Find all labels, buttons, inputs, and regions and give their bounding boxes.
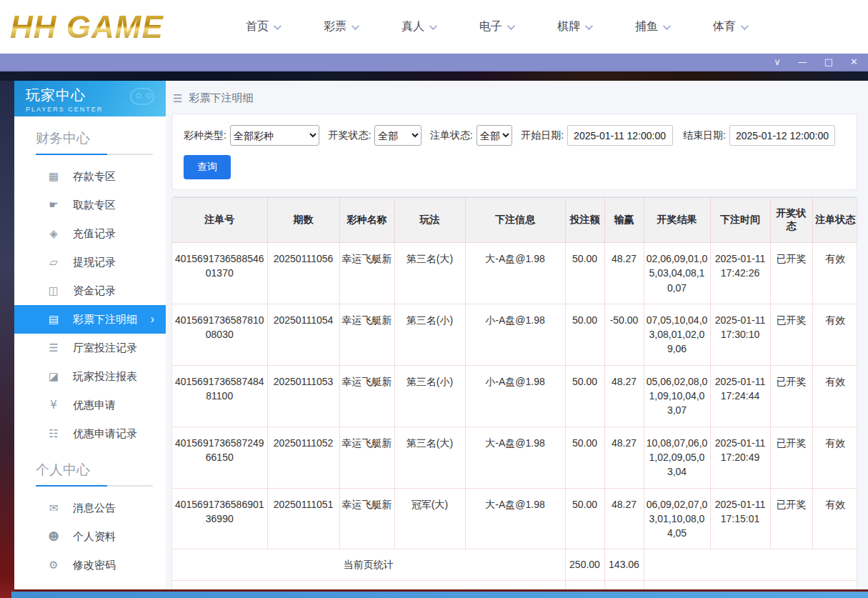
table-cell: 第三名(小) <box>394 365 465 427</box>
table-cell: 20250111054 <box>267 304 339 365</box>
sidebar-item-修改密码[interactable]: ⚙修改密码 <box>14 551 166 579</box>
table-cell: 2025-01-11 17:24:44 <box>710 365 770 427</box>
nav-item-真人[interactable]: 真人 <box>401 19 435 34</box>
banner-strip <box>0 71 868 81</box>
close-window-icon[interactable]: ✕ <box>850 57 858 66</box>
end-date-input[interactable] <box>729 125 835 146</box>
start-date-label: 开始日期: <box>521 129 564 142</box>
column-header-开奖状态: 开奖状态 <box>770 198 812 243</box>
draw-status-label: 开奖状态: <box>328 129 371 142</box>
table-cell: 48.27 <box>604 365 644 427</box>
table-cell: 20250111056 <box>267 243 339 304</box>
table-cell: 06,09,02,07,03,01,10,08,04,05 <box>644 488 710 549</box>
summary-label: 当前页统计 <box>172 549 565 580</box>
sidebar-item-存款专区[interactable]: ▦存款专区 <box>14 162 166 191</box>
table-cell: 有效 <box>812 243 857 304</box>
sidebar-item-label: 资金记录 <box>73 284 116 298</box>
table-cell: 2025-01-11 17:15:01 <box>710 488 770 549</box>
funds-record-icon: ◫ <box>47 284 60 297</box>
lottery-type-select[interactable]: 全部彩种 <box>230 125 320 146</box>
sidebar-item-label: 修改密码 <box>73 559 116 572</box>
sidebar-item-提现记录[interactable]: ▱提现记录 <box>14 248 166 276</box>
nav-item-label: 电子 <box>479 19 502 34</box>
table-cell: 已开奖 <box>770 365 812 427</box>
table-cell: 2025-01-11 17:20:49 <box>710 427 770 488</box>
table-cell: 50.00 <box>565 488 604 549</box>
sidebar-item-消息公告[interactable]: ✉消息公告 <box>14 494 166 522</box>
message-bell-icon: ✉ <box>47 502 60 514</box>
table-cell: 50.00 <box>565 365 604 427</box>
sidebar-section-代理中心: 代理中心 <box>14 579 166 589</box>
sidebar-item-厅室投注记录[interactable]: ☰厅室投注记录 <box>14 334 166 362</box>
chevron-down-icon <box>663 21 671 29</box>
nav-item-电子[interactable]: 电子 <box>479 19 513 34</box>
chevron-down-icon <box>274 21 281 29</box>
table-cell: 48.27 <box>604 488 644 549</box>
sidebar-item-个人资料[interactable]: ☻个人资料 <box>14 522 166 551</box>
sidebar-item-优惠申请[interactable]: ¥优惠申请 <box>14 391 166 419</box>
draw-status-select[interactable]: 全部 <box>374 125 421 146</box>
sidebar-item-取款专区[interactable]: ☛取款专区 <box>14 191 166 219</box>
table-cell: 20250111052 <box>267 427 339 488</box>
table-cell: 10,08,07,06,01,02,09,05,03,04 <box>644 427 710 488</box>
table-cell: 幸运飞艇新 <box>339 243 394 304</box>
maximize-window-icon[interactable]: □ <box>824 57 833 66</box>
hh-game-logo: HH GAME <box>10 9 224 45</box>
nav-item-label: 体育 <box>713 19 736 34</box>
profile-person-icon: ☻ <box>47 530 60 543</box>
table-cell: 幸运飞艇新 <box>339 365 394 427</box>
nav-item-体育[interactable]: 体育 <box>713 19 747 34</box>
table-cell: 50.00 <box>565 243 604 304</box>
table-cell: 48.27 <box>604 427 644 488</box>
sidebar-item-label: 彩票下注明细 <box>73 313 137 327</box>
sidebar-section-个人中心: 个人中心✉消息公告☻个人资料⚙修改密码 <box>14 448 166 579</box>
sidebar-item-充值记录[interactable]: ◈充值记录 <box>14 219 166 248</box>
table-cell: 大-A盘@1.98 <box>465 488 565 549</box>
sidebar-item-彩票下注明细[interactable]: ▤彩票下注明细› <box>14 305 166 334</box>
background-left-edge <box>0 81 14 598</box>
sidebar-item-label: 取款专区 <box>73 199 116 212</box>
end-date-label: 结束日期: <box>683 129 726 142</box>
table-cell: 02,06,09,01,05,03,04,08,10,07 <box>644 243 710 304</box>
table-cell: 已开奖 <box>770 304 812 365</box>
sidebar-section-title: 个人中心 <box>14 455 166 485</box>
column-header-输赢: 输赢 <box>604 198 644 243</box>
sidebar-item-label: 个人资料 <box>73 530 116 544</box>
table-cell: 2025-01-11 17:30:10 <box>710 304 770 365</box>
change-password-gear-icon: ⚙ <box>47 559 60 572</box>
table-cell: 401569173658724966150 <box>172 427 267 488</box>
nav-item-label: 首页 <box>246 19 269 34</box>
sidebar-item-label: 厅室投注记录 <box>73 342 137 355</box>
sidebar-item-玩家投注报表[interactable]: ◪玩家投注报表 <box>14 362 166 391</box>
window-titlebar: ∨—□✕ <box>0 54 868 71</box>
column-header-期数: 期数 <box>267 198 339 243</box>
sidebar-header: 玩家中心 PLAYERS CENTER <box>14 81 166 116</box>
sidebar-section-title: 代理中心 <box>14 587 166 589</box>
table-cell: 401569173658690136990 <box>172 488 267 549</box>
start-date-input[interactable] <box>567 125 673 146</box>
table-cell: 401569173658781008030 <box>172 304 267 365</box>
minimize-window-icon[interactable]: — <box>798 57 807 66</box>
nav-item-首页[interactable]: 首页 <box>246 19 279 34</box>
promo-apply-record-icon: ☷ <box>47 427 60 440</box>
table-row: 40156917365878100803020250111054幸运飞艇新第三名… <box>172 304 857 365</box>
sidebar-item-优惠申请记录[interactable]: ☷优惠申请记录 <box>14 419 166 448</box>
sidebar-item-label: 消息公告 <box>73 502 116 515</box>
nav-item-彩票[interactable]: 彩票 <box>324 19 357 34</box>
collapse-window-icon[interactable]: ∨ <box>774 57 781 66</box>
sidebar-item-资金记录[interactable]: ◫资金记录 <box>14 276 166 305</box>
table-cell: 大-A盘@1.98 <box>465 243 565 304</box>
hamburger-menu-icon[interactable]: ☰ <box>173 92 182 105</box>
column-header-投注额: 投注额 <box>565 198 604 243</box>
column-header-下注时间: 下注时间 <box>710 198 770 243</box>
order-status-select[interactable]: 全部 <box>477 125 512 146</box>
nav-item-捕鱼[interactable]: 捕鱼 <box>635 19 669 34</box>
search-button[interactable]: 查询 <box>184 155 231 179</box>
nav-item-棋牌[interactable]: 棋牌 <box>557 19 591 34</box>
table-cell: 小-A盘@1.98 <box>465 304 565 365</box>
table-cell: 幸运飞艇新 <box>339 304 394 365</box>
table-cell: 小-A盘@1.98 <box>465 365 565 427</box>
hall-bet-record-icon: ☰ <box>47 342 60 354</box>
table-cell: 第三名(大) <box>394 427 465 488</box>
table-cell: 50.00 <box>565 304 604 365</box>
